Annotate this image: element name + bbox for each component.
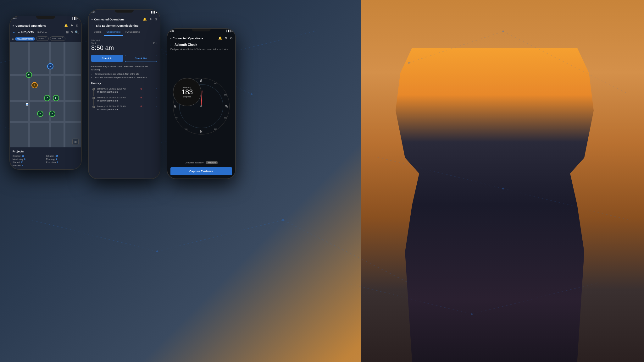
flag-icon-p2[interactable]: ⚑ <box>149 18 152 21</box>
history-error-3: ⊗ <box>140 105 142 108</box>
phone1-stats-title: Projects <box>13 150 79 153</box>
app-logo-icon-p3: ≡ <box>170 37 171 40</box>
map-zoom-button[interactable]: ⊕ <box>72 139 79 145</box>
site-visit-label: Site Visit <box>91 39 157 41</box>
map-pin-4[interactable]: P <box>44 95 50 101</box>
phone1-status-icons: ▐▐▐ ▮ <box>72 17 79 19</box>
phone3-status-time: 9:41 <box>170 30 174 32</box>
tab-ra-sessions[interactable]: RA Sessions <box>123 29 142 36</box>
history-line-2 <box>93 99 94 105</box>
heading-value: 183 <box>181 89 193 96</box>
end-label: End <box>153 42 157 44</box>
check-in-button[interactable]: Check In <box>91 55 123 62</box>
history-arrow-1[interactable]: › <box>156 87 157 90</box>
phone2-screen: 9:41 ▐▐▐ ▮ ≡ Connected Operations 🔔 ⚑ ⚙ <box>89 10 160 178</box>
signal-icon-p2: ▐▐▐ <box>150 11 155 13</box>
bell-icon-p2[interactable]: 🔔 <box>143 18 147 21</box>
phone2-frame: 9:41 ▐▐▐ ▮ ≡ Connected Operations 🔔 ⚑ ⚙ <box>88 9 160 179</box>
history-content-2: January 16, 2023 at 12:00 AM ⊗ › 7h 50mi… <box>97 96 157 102</box>
phone3-screen: 9:41 ▐▐▐ ▮ ≡ Connected Operations 🔔 ⚑ ⚙ <box>167 29 235 178</box>
map-pin-2[interactable]: P <box>31 82 38 88</box>
phone1-map[interactable]: P P P P P P P <box>10 42 81 147</box>
map-pin-7[interactable]: P <box>49 111 55 117</box>
history-item-2: January 16, 2023 at 12:00 AM ⊗ › 7h 50mi… <box>91 96 157 102</box>
accuracy-badge: Medium <box>206 161 218 164</box>
history-dot-1 <box>92 88 95 90</box>
stat-label-planned: Planned <box>13 164 21 167</box>
history-date-3: January 16, 2023 at 12:00 AM <box>97 105 126 107</box>
history-arrow-2[interactable]: › <box>156 96 157 99</box>
history-duration-3: 7h 50min spent at site <box>97 108 157 111</box>
tab-check-in-out[interactable]: Check in/out <box>104 29 123 36</box>
stat-label-created: Created <box>13 155 20 157</box>
map-road-h1 <box>10 74 81 76</box>
check-out-button[interactable]: Check Out <box>125 55 157 62</box>
phone2-nav: ← Site Equipment Commissioning <box>89 23 160 29</box>
flag-icon-p3[interactable]: ⚑ <box>225 36 227 40</box>
app-logo-icon: ≡ <box>13 24 14 27</box>
bell-icon[interactable]: 🔔 <box>64 24 68 27</box>
history-title: History <box>91 82 157 85</box>
phone1-screen: 9:41 ▐▐▐ ▮ ≡ Connected Operations 🔔 ⚑ ⚙ <box>10 16 81 169</box>
phone3-back-button[interactable]: ← <box>170 43 173 47</box>
phone3-nav: ← Azimuth Check <box>167 42 235 48</box>
compass-north-label: S <box>200 79 203 83</box>
stat-row-planned: Planned 1 <box>13 164 45 167</box>
filter-chip-status[interactable]: Status ˅ <box>36 36 49 41</box>
degrees-label: degrees <box>183 96 191 98</box>
compass-west-label: W <box>225 105 228 108</box>
instruction-item-2: All Crew Members are present for Face ID… <box>95 76 157 79</box>
filter-chip-my-assignments[interactable]: My Assignments <box>15 37 35 41</box>
history-duration-2: 7h 50min spent at site <box>97 100 157 102</box>
refresh-icon[interactable]: ↻ <box>70 30 73 34</box>
phone1-header-icons: 🔔 ⚑ ⚙ <box>64 24 79 27</box>
search-icon[interactable]: 🔍 <box>75 30 79 34</box>
phone2-tabs: Details Check in/out RA Sessions <box>89 29 160 36</box>
history-error-1: ⊗ <box>140 87 142 90</box>
tick-300: 300 <box>224 117 227 119</box>
current-location-dot <box>26 103 28 106</box>
tab-details[interactable]: Details <box>91 29 104 36</box>
settings-icon-p3[interactable]: ⚙ <box>230 36 233 40</box>
tick-330: 330 <box>214 128 217 130</box>
stat-label-execution: Execution <box>46 161 56 163</box>
grid-icon[interactable]: ⊞ <box>66 30 69 34</box>
tick-240: 240 <box>224 94 227 96</box>
compass-inner-face: Heading 183 degrees <box>173 78 201 106</box>
battery-icon-p2: ▮ <box>156 11 157 13</box>
history-arrow-3[interactable]: › <box>156 105 157 108</box>
history-date-2: January 16, 2023 at 12:00 AM <box>97 96 126 99</box>
history-date-1: January 16, 2023 at 12:00 AM <box>97 88 126 90</box>
history-dot-3 <box>92 106 95 108</box>
stat-label-started: Started <box>13 161 20 163</box>
phone2-header-icons: 🔔 ⚑ ⚙ <box>143 18 157 21</box>
phone3-header-icons: 🔔 ⚑ ⚙ <box>218 36 233 40</box>
site-visit-start-group: Start 8:50 am <box>91 42 114 52</box>
stat-label-initiation: Initiation <box>46 155 54 157</box>
map-pin-1[interactable]: P <box>47 63 53 69</box>
bell-icon-p3[interactable]: 🔔 <box>218 36 222 40</box>
stat-label-monitoring: Monitoring <box>13 158 23 160</box>
settings-icon[interactable]: ⚙ <box>76 24 79 27</box>
instruction-item-1: All crew members are within 1.5km of the… <box>95 73 157 76</box>
phone2-back-button[interactable]: ← <box>91 24 94 27</box>
phone3-instruction: Find your desired Azimuth Value and move… <box>167 48 235 53</box>
checkin-buttons: Check In Check Out <box>91 55 157 62</box>
capture-evidence-button[interactable]: Capture Evidence <box>170 167 232 175</box>
history-line-1 <box>93 90 94 96</box>
phone1-back-button[interactable]: ← <box>13 31 15 34</box>
filter-icon[interactable]: ≡ <box>12 37 14 41</box>
history-duration-1: 7h 50min spent at site <box>97 91 157 93</box>
flag-icon[interactable]: ⚑ <box>70 24 73 27</box>
filter-chip-due-date[interactable]: Due Date ˅ <box>50 36 66 41</box>
map-road-v2 <box>49 42 51 147</box>
settings-icon-p2[interactable]: ⚙ <box>154 18 157 21</box>
phones-container: 9:41 ▐▐▐ ▮ ≡ Connected Operations 🔔 ⚑ ⚙ <box>9 9 236 179</box>
map-pin-3[interactable]: P <box>26 72 32 78</box>
map-pin-5[interactable]: P <box>53 95 59 101</box>
site-visit-row: Start 8:50 am End <box>91 42 157 52</box>
site-visit-section: Site Visit Start 8:50 am End <box>91 39 157 52</box>
phone1-nav-icons: ⊞ ↻ 🔍 <box>66 30 79 34</box>
map-pin-6[interactable]: P <box>37 111 43 117</box>
phone1-view-toggle[interactable]: List View <box>37 31 47 34</box>
